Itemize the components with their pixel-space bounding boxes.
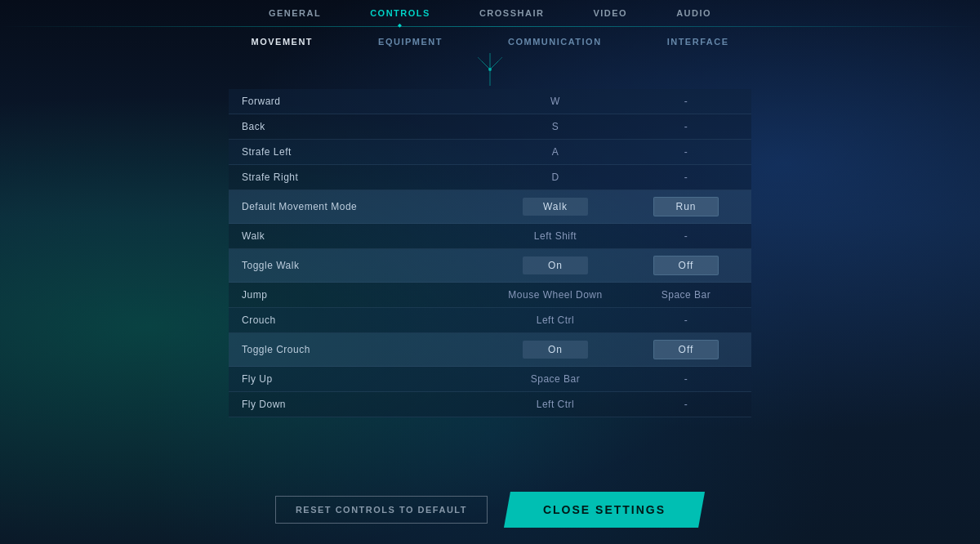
action-label: Fly Down (229, 392, 490, 417)
svg-line-4 (498, 57, 502, 61)
secondary-key: - (621, 367, 751, 392)
sub-nav-item-movement[interactable]: MOVEMENT (252, 37, 314, 47)
table-row: WalkLeft Shift- (229, 224, 751, 249)
action-label: Toggle Walk (229, 249, 490, 283)
svg-point-5 (488, 68, 492, 71)
table-row: Strafe RightD- (229, 165, 751, 190)
sub-nav-item-equipment[interactable]: EQUIPMENT (378, 37, 443, 47)
action-label: Forward (229, 89, 490, 114)
table-row: Fly DownLeft Ctrl- (229, 392, 751, 417)
reset-button[interactable]: RESET CONTROLS TO DEFAULT (275, 496, 488, 524)
secondary-key: - (621, 89, 751, 114)
primary-key: D (490, 165, 621, 190)
action-label: Strafe Left (229, 140, 490, 165)
primary-key[interactable]: On (490, 333, 621, 367)
svg-line-3 (478, 57, 482, 61)
top-nav-item-crosshair[interactable]: CROSSHAIR (479, 8, 545, 23)
secondary-key: - (621, 392, 751, 417)
top-nav-item-audio[interactable]: AUDIO (676, 8, 711, 23)
svg-line-1 (482, 61, 490, 69)
secondary-key[interactable]: Off (621, 333, 751, 367)
settings-table: ForwardW-BackS-Strafe LeftA-Strafe Right… (229, 89, 751, 417)
primary-key: Space Bar (490, 367, 621, 392)
table-row: Fly UpSpace Bar- (229, 367, 751, 392)
top-nav-item-controls[interactable]: CONTROLS (370, 8, 430, 23)
table-row: Default Movement ModeWalkRun (229, 190, 751, 224)
bottom-bar: RESET CONTROLS TO DEFAULT CLOSE SETTINGS (0, 475, 980, 544)
primary-key: Left Ctrl (490, 308, 621, 333)
close-button[interactable]: CLOSE SETTINGS (504, 492, 705, 528)
table-row: CrouchLeft Ctrl- (229, 308, 751, 333)
action-label: Toggle Crouch (229, 333, 490, 367)
table-row: Toggle WalkOnOff (229, 249, 751, 283)
secondary-key: - (621, 140, 751, 165)
secondary-key: - (621, 224, 751, 249)
action-label: Back (229, 114, 490, 140)
svg-line-2 (490, 61, 498, 69)
action-label: Default Movement Mode (229, 190, 490, 224)
table-row: JumpMouse Wheel DownSpace Bar (229, 283, 751, 308)
decorative-icon (466, 53, 514, 86)
top-nav-item-video[interactable]: VIDEO (593, 8, 627, 23)
action-label: Strafe Right (229, 165, 490, 190)
secondary-key: Space Bar (621, 283, 751, 308)
action-label: Walk (229, 224, 490, 249)
primary-key[interactable]: On (490, 249, 621, 283)
table-row: ForwardW- (229, 89, 751, 114)
primary-key: Left Ctrl (490, 392, 621, 417)
primary-key: A (490, 140, 621, 165)
top-nav-item-general[interactable]: GENERAL (269, 8, 321, 23)
sub-nav: MOVEMENTEQUIPMENTCOMMUNICATIONINTERFACE (252, 27, 729, 53)
table-row: Toggle CrouchOnOff (229, 333, 751, 367)
primary-key[interactable]: Walk (490, 190, 621, 224)
primary-key: S (490, 114, 621, 140)
sub-nav-item-communication[interactable]: COMMUNICATION (508, 37, 602, 47)
main-content: GENERALCONTROLSCROSSHAIRVIDEOAUDIO MOVEM… (0, 0, 980, 544)
table-row: BackS- (229, 114, 751, 140)
action-label: Crouch (229, 308, 490, 333)
primary-key: Mouse Wheel Down (490, 283, 621, 308)
primary-key: Left Shift (490, 224, 621, 249)
sub-nav-item-interface[interactable]: INTERFACE (667, 37, 729, 47)
secondary-key: - (621, 308, 751, 333)
primary-key: W (490, 89, 621, 114)
table-row: Strafe LeftA- (229, 140, 751, 165)
secondary-key[interactable]: Run (621, 190, 751, 224)
action-label: Fly Up (229, 367, 490, 392)
secondary-key[interactable]: Off (621, 249, 751, 283)
top-nav: GENERALCONTROLSCROSSHAIRVIDEOAUDIO (0, 0, 980, 26)
secondary-key: - (621, 165, 751, 190)
secondary-key: - (621, 114, 751, 140)
action-label: Jump (229, 283, 490, 308)
